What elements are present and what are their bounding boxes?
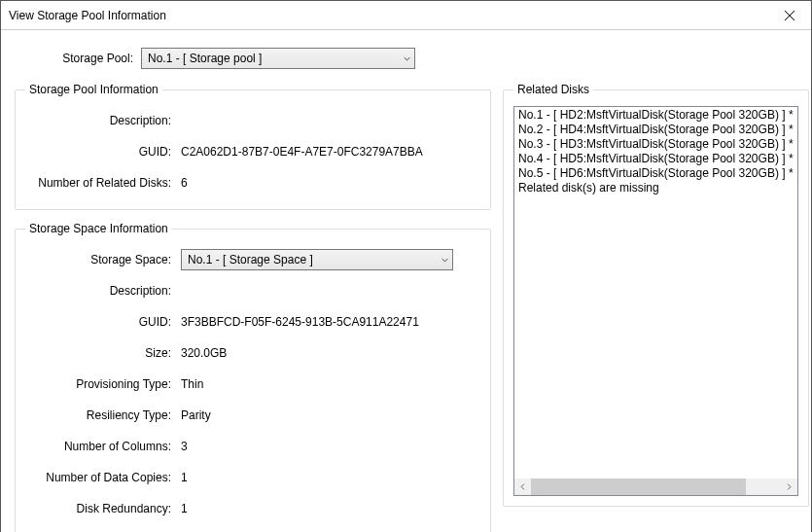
list-item[interactable]: No.1 - [ HD2:MsftVirtualDisk(Storage Poo… [516, 108, 795, 123]
scroll-track[interactable] [531, 479, 781, 495]
related-disks-items: No.1 - [ HD2:MsftVirtualDisk(Storage Poo… [516, 108, 795, 195]
pool-guid-value: C2A062D1-87B7-0E4F-A7E7-0FC3279A7BBA [181, 145, 480, 159]
space-resil-value: Parity [181, 408, 480, 422]
space-size-value: 320.0GB [181, 346, 480, 360]
space-description-label: Description: [25, 284, 181, 298]
space-info-legend: Storage Space Information [25, 222, 172, 235]
pool-description-label: Description: [25, 114, 181, 127]
columns: Storage Pool Information Description: GU… [15, 83, 797, 532]
pool-info-legend: Storage Pool Information [25, 83, 162, 96]
horizontal-scrollbar[interactable] [514, 479, 797, 495]
storage-space-select-value: No.1 - [ Storage Space ] [188, 253, 313, 266]
pool-numdisks-label: Number of Related Disks: [25, 176, 181, 190]
titlebar: View Storage Pool Information [1, 1, 811, 30]
space-copies-value: 1 [181, 471, 480, 484]
space-resil-label: Resiliency Type: [25, 408, 181, 422]
space-prov-label: Provisioning Type: [25, 377, 181, 391]
space-cols-value: 3 [181, 440, 480, 453]
chevron-right-icon [786, 483, 793, 490]
scroll-thumb[interactable] [531, 479, 746, 495]
related-disks-listbox[interactable]: No.1 - [ HD2:MsftVirtualDisk(Storage Poo… [513, 106, 798, 496]
space-prov-value: Thin [181, 377, 480, 391]
space-size-label: Size: [25, 346, 181, 360]
storage-pool-select[interactable]: No.1 - [ Storage pool ] [141, 48, 415, 69]
dialog-window: View Storage Pool Information Storage Po… [0, 0, 812, 532]
space-cols-label: Number of Columns: [25, 440, 181, 453]
close-icon [785, 11, 794, 20]
scroll-left-button[interactable] [514, 479, 531, 495]
space-copies-label: Number of Data Copies: [25, 471, 181, 484]
storage-pool-label: Storage Pool: [15, 52, 141, 65]
space-select-label: Storage Space: [25, 253, 181, 266]
chevron-left-icon [519, 483, 526, 490]
list-item[interactable]: No.2 - [ HD4:MsftVirtualDisk(Storage Poo… [516, 123, 795, 137]
chevron-down-icon [441, 257, 448, 264]
space-guid-value: 3F3BBFCD-F05F-6245-913B-5CA911A22471 [181, 315, 480, 329]
pool-guid-label: GUID: [25, 145, 181, 159]
pool-info-group: Storage Pool Information Description: GU… [15, 83, 491, 210]
left-column: Storage Pool Information Description: GU… [15, 83, 491, 532]
space-info-group: Storage Space Information Storage Space:… [15, 222, 491, 532]
space-redund-label: Disk Redundancy: [25, 502, 181, 515]
list-item[interactable]: Related disk(s) are missing [516, 181, 795, 195]
scroll-right-button[interactable] [781, 479, 797, 495]
storage-pool-row: Storage Pool: No.1 - [ Storage pool ] [15, 48, 797, 69]
space-redund-value: 1 [181, 502, 480, 515]
related-disks-group: Related Disks No.1 - [ HD2:MsftVirtualDi… [503, 83, 809, 507]
right-column: Related Disks No.1 - [ HD2:MsftVirtualDi… [503, 83, 809, 532]
list-item[interactable]: No.5 - [ HD6:MsftVirtualDisk(Storage Poo… [516, 166, 795, 181]
dialog-body: Storage Pool: No.1 - [ Storage pool ] St… [1, 30, 811, 532]
list-item[interactable]: No.4 - [ HD5:MsftVirtualDisk(Storage Poo… [516, 152, 795, 166]
list-item[interactable]: No.3 - [ HD3:MsftVirtualDisk(Storage Poo… [516, 137, 795, 152]
storage-pool-select-value: No.1 - [ Storage pool ] [148, 52, 262, 65]
chevron-down-icon [404, 55, 410, 62]
related-disks-legend: Related Disks [513, 83, 593, 96]
close-button[interactable] [767, 1, 811, 29]
pool-numdisks-value: 6 [181, 176, 480, 190]
window-title: View Storage Pool Information [9, 9, 166, 22]
space-guid-label: GUID: [25, 315, 181, 329]
storage-space-select[interactable]: No.1 - [ Storage Space ] [181, 249, 453, 270]
